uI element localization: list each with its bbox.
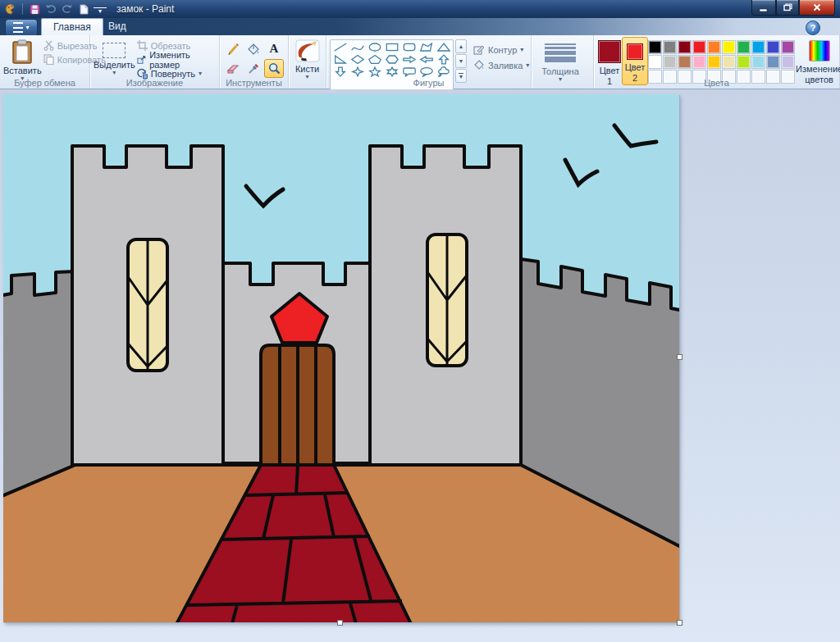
scroll-up-icon[interactable]: ▲ (455, 39, 467, 53)
fill-bucket-icon[interactable] (244, 39, 263, 58)
group-label: Фигуры (326, 78, 531, 88)
maximize-button[interactable] (776, 0, 799, 16)
shape-ellipse-icon[interactable] (366, 41, 383, 53)
color1-swatch (598, 40, 621, 63)
palette-swatch[interactable] (737, 55, 751, 69)
canvas-resize-handle-corner[interactable] (677, 620, 682, 626)
shape-star-4-icon[interactable] (349, 66, 366, 78)
outline-icon (473, 44, 485, 55)
save-icon[interactable] (28, 2, 41, 16)
chevron-down-icon: ▾ (305, 74, 308, 80)
divider (22, 3, 23, 15)
palette-swatch[interactable] (648, 55, 662, 69)
palette-swatch[interactable] (707, 55, 721, 69)
palette-swatch[interactable] (781, 40, 795, 54)
paint-app-icon[interactable] (4, 2, 17, 16)
close-button[interactable] (799, 0, 835, 16)
fill-dropdown[interactable]: Заливка ▾ (473, 60, 529, 71)
palette-swatch[interactable] (648, 40, 662, 54)
minimize-button[interactable] (751, 0, 776, 16)
palette-swatch[interactable] (692, 55, 706, 69)
palette-swatch[interactable] (766, 55, 780, 69)
help-icon[interactable]: ? (806, 20, 820, 35)
palette-swatch[interactable] (678, 40, 692, 54)
color2-swatch (627, 43, 643, 60)
brushes-button[interactable]: Кисти ▾ (292, 37, 322, 80)
line-weights-icon (545, 42, 576, 64)
palette-swatch[interactable] (663, 55, 677, 69)
scroll-down-icon[interactable]: ▼ (455, 54, 467, 68)
palette-swatch[interactable] (722, 55, 736, 69)
shape-polygon-icon[interactable] (418, 41, 435, 53)
ribbon-tab-row: ▾ Главная Вид ? (0, 18, 840, 35)
paint-window: ▾ замок - Paint ▾ Главная Вид ? (0, 0, 840, 642)
window-title: замок - Paint (116, 3, 174, 15)
shape-callout-oval-icon[interactable] (418, 66, 435, 78)
copy-icon (43, 54, 54, 65)
group-image: Выделить ▾ Обрезать Изменить размер Пове… (90, 35, 220, 89)
magnifier-icon[interactable] (264, 59, 284, 78)
palette-swatch[interactable] (663, 40, 677, 54)
shape-arrow-down-icon[interactable] (331, 66, 349, 78)
menu-icon (13, 22, 23, 33)
palette-swatch[interactable] (766, 40, 780, 54)
fill-icon (473, 60, 485, 71)
palette-swatch[interactable] (751, 40, 765, 54)
palette-swatch[interactable] (751, 55, 765, 69)
selection-rectangle-icon (103, 43, 126, 58)
shape-rounded-rectangle-icon[interactable] (400, 41, 418, 53)
text-icon[interactable]: A (264, 39, 284, 58)
shape-arrow-up-icon[interactable] (435, 53, 452, 66)
tab-view[interactable]: Вид (97, 18, 138, 35)
shape-diamond-icon[interactable] (349, 53, 366, 66)
shape-star-5-icon[interactable] (366, 66, 383, 78)
canvas-resize-handle-bottom[interactable] (337, 620, 343, 626)
resize-button[interactable]: Изменить размер (135, 53, 216, 66)
pencil-icon[interactable] (223, 39, 243, 58)
shape-callout-cloud-icon[interactable] (435, 66, 452, 78)
color-picker-icon[interactable] (244, 59, 263, 78)
shape-star-6-icon[interactable] (383, 66, 400, 78)
titlebar: ▾ замок - Paint (0, 0, 840, 18)
shape-hexagon-icon[interactable] (383, 53, 400, 66)
paste-button[interactable]: Вставить ▾ (3, 37, 42, 82)
palette-swatch[interactable] (722, 40, 736, 54)
group-label: Инструменты (220, 78, 288, 88)
palette-swatch[interactable] (737, 40, 751, 54)
group-clipboard: Вставить ▾ Вырезать Копировать Буфер обм… (0, 35, 90, 89)
palette-swatch[interactable] (781, 55, 795, 69)
canvas-resize-handle-right[interactable] (677, 354, 682, 360)
ribbon: Вставить ▾ Вырезать Копировать Буфер обм… (0, 35, 840, 89)
palette-swatch[interactable] (707, 40, 721, 54)
shape-triangle-icon[interactable] (435, 41, 452, 53)
group-tools: A Инструменты (220, 35, 289, 89)
chevron-down-icon: ▾ (559, 76, 562, 83)
shape-right-triangle-icon[interactable] (331, 53, 349, 66)
new-document-icon[interactable] (77, 2, 90, 16)
outline-dropdown[interactable]: Контур ▾ (473, 44, 529, 55)
shape-callout-rounded-icon[interactable] (400, 66, 418, 78)
shape-pentagon-icon[interactable] (366, 53, 383, 66)
thickness-button[interactable]: Толщина ▾ (535, 37, 586, 83)
tab-home[interactable]: Главная (41, 18, 103, 36)
shape-arrow-right-icon[interactable] (400, 53, 418, 66)
crop-icon (137, 40, 148, 51)
shape-line-icon[interactable] (331, 41, 349, 53)
shape-curve-icon[interactable] (349, 41, 366, 53)
shape-rectangle-icon[interactable] (383, 41, 400, 53)
group-thickness: Толщина ▾ (532, 35, 594, 89)
shape-arrow-left-icon[interactable] (418, 53, 435, 66)
chevron-down-icon: ▾ (199, 71, 202, 77)
castle-drawing (3, 94, 679, 622)
palette-swatch[interactable] (678, 55, 692, 69)
select-button[interactable]: Выделить ▾ (94, 37, 135, 76)
scissors-icon (43, 40, 54, 51)
palette-swatch[interactable] (692, 40, 706, 54)
eraser-icon[interactable] (223, 59, 243, 78)
group-label: Цвета (594, 78, 839, 88)
customize-quick-access-icon[interactable]: ▾ (94, 7, 107, 15)
group-label: Изображение (90, 78, 219, 88)
application-menu-button[interactable]: ▾ (5, 19, 38, 36)
workspace (0, 89, 840, 642)
drawing-canvas[interactable] (3, 94, 679, 622)
